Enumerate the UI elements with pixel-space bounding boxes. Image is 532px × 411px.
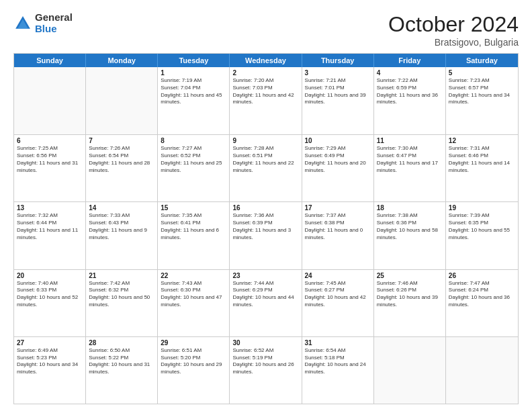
day-num-r0-c4: 3 <box>305 69 371 77</box>
day-num-r2-c2: 15 <box>161 204 226 212</box>
cal-cell-r1-c3: 9Sunrise: 7:28 AM Sunset: 6:51 PM Daylig… <box>230 135 302 201</box>
logo: General Blue <box>13 12 73 34</box>
cell-info-r2-c3: Sunrise: 7:36 AM Sunset: 6:39 PM Dayligh… <box>232 212 298 241</box>
cell-info-r3-c2: Sunrise: 7:43 AM Sunset: 6:30 PM Dayligh… <box>161 280 226 309</box>
cell-info-r2-c2: Sunrise: 7:35 AM Sunset: 6:41 PM Dayligh… <box>161 212 226 241</box>
cell-info-r2-c0: Sunrise: 7:32 AM Sunset: 6:44 PM Dayligh… <box>17 212 83 241</box>
weekday-thursday: Thursday <box>302 54 374 67</box>
weekday-saturday: Saturday <box>446 54 518 67</box>
day-num-r2-c5: 18 <box>377 204 443 212</box>
cell-info-r0-c3: Sunrise: 7:20 AM Sunset: 7:03 PM Dayligh… <box>232 77 298 106</box>
day-num-r1-c0: 6 <box>17 137 83 144</box>
cal-cell-r0-c0 <box>14 67 86 134</box>
cal-cell-r2-c4: 17Sunrise: 7:37 AM Sunset: 6:38 PM Dayli… <box>302 202 374 269</box>
cell-info-r3-c1: Sunrise: 7:42 AM Sunset: 6:32 PM Dayligh… <box>89 280 154 309</box>
cell-info-r1-c4: Sunrise: 7:29 AM Sunset: 6:49 PM Dayligh… <box>305 145 371 174</box>
day-num-r2-c0: 13 <box>17 204 83 212</box>
cal-cell-r0-c1 <box>86 67 158 134</box>
day-num-r1-c2: 8 <box>161 137 226 144</box>
title-block: October 2024 Bratsigovo, Bulgaria <box>388 12 519 48</box>
cal-cell-r2-c6: 19Sunrise: 7:39 AM Sunset: 6:35 PM Dayli… <box>446 202 518 269</box>
cal-row-2: 13Sunrise: 7:32 AM Sunset: 6:44 PM Dayli… <box>14 201 518 269</box>
cell-info-r4-c2: Sunrise: 6:51 AM Sunset: 5:20 PM Dayligh… <box>161 347 226 376</box>
logo-icon <box>13 14 32 33</box>
cell-info-r4-c0: Sunrise: 6:49 AM Sunset: 5:23 PM Dayligh… <box>17 347 83 376</box>
day-num-r3-c5: 25 <box>377 272 443 279</box>
cal-cell-r2-c2: 15Sunrise: 7:35 AM Sunset: 6:41 PM Dayli… <box>158 202 230 269</box>
cell-info-r4-c1: Sunrise: 6:50 AM Sunset: 5:22 PM Dayligh… <box>89 347 154 376</box>
cal-cell-r4-c4: 31Sunrise: 6:54 AM Sunset: 5:18 PM Dayli… <box>302 337 374 404</box>
cal-cell-r1-c1: 7Sunrise: 7:26 AM Sunset: 6:54 PM Daylig… <box>86 135 158 201</box>
cal-row-4: 27Sunrise: 6:49 AM Sunset: 5:23 PM Dayli… <box>14 336 518 404</box>
cell-info-r0-c6: Sunrise: 7:23 AM Sunset: 6:57 PM Dayligh… <box>449 77 515 106</box>
day-num-r0-c6: 5 <box>449 69 515 77</box>
cal-cell-r3-c4: 24Sunrise: 7:45 AM Sunset: 6:27 PM Dayli… <box>302 270 374 336</box>
cal-cell-r4-c5 <box>374 337 446 404</box>
header: General Blue October 2024 Bratsigovo, Bu… <box>13 12 519 48</box>
day-num-r0-c3: 2 <box>232 69 298 77</box>
cell-info-r4-c3: Sunrise: 6:52 AM Sunset: 5:19 PM Dayligh… <box>232 347 298 376</box>
day-num-r4-c1: 28 <box>89 339 154 347</box>
cell-info-r2-c6: Sunrise: 7:39 AM Sunset: 6:35 PM Dayligh… <box>449 212 515 241</box>
cal-cell-r2-c1: 14Sunrise: 7:33 AM Sunset: 6:43 PM Dayli… <box>86 202 158 269</box>
cell-info-r1-c1: Sunrise: 7:26 AM Sunset: 6:54 PM Dayligh… <box>89 145 154 174</box>
logo-blue: Blue <box>35 23 57 34</box>
cell-info-r1-c3: Sunrise: 7:28 AM Sunset: 6:51 PM Dayligh… <box>232 145 298 174</box>
cell-info-r2-c5: Sunrise: 7:38 AM Sunset: 6:36 PM Dayligh… <box>377 212 443 241</box>
calendar-header: Sunday Monday Tuesday Wednesday Thursday… <box>14 54 518 67</box>
cal-cell-r0-c4: 3Sunrise: 7:21 AM Sunset: 7:01 PM Daylig… <box>302 67 374 134</box>
day-num-r1-c5: 11 <box>377 137 443 144</box>
weekday-monday: Monday <box>86 54 158 67</box>
day-num-r3-c3: 23 <box>232 272 298 279</box>
cal-cell-r0-c2: 1Sunrise: 7:19 AM Sunset: 7:04 PM Daylig… <box>158 67 230 134</box>
day-num-r0-c2: 1 <box>161 69 226 77</box>
cell-info-r1-c2: Sunrise: 7:27 AM Sunset: 6:52 PM Dayligh… <box>161 145 226 174</box>
cal-cell-r4-c0: 27Sunrise: 6:49 AM Sunset: 5:23 PM Dayli… <box>14 337 86 404</box>
logo-text: General Blue <box>35 12 73 34</box>
cell-info-r4-c4: Sunrise: 6:54 AM Sunset: 5:18 PM Dayligh… <box>305 347 371 376</box>
weekday-friday: Friday <box>374 54 446 67</box>
cal-cell-r4-c2: 29Sunrise: 6:51 AM Sunset: 5:20 PM Dayli… <box>158 337 230 404</box>
cal-cell-r1-c6: 12Sunrise: 7:31 AM Sunset: 6:46 PM Dayli… <box>446 135 518 201</box>
day-num-r2-c4: 17 <box>305 204 371 212</box>
day-num-r1-c1: 7 <box>89 137 154 144</box>
cal-cell-r3-c5: 25Sunrise: 7:46 AM Sunset: 6:26 PM Dayli… <box>374 270 446 336</box>
page: General Blue October 2024 Bratsigovo, Bu… <box>0 0 532 411</box>
day-num-r4-c4: 31 <box>305 339 371 347</box>
day-num-r1-c6: 12 <box>449 137 515 144</box>
cell-info-r3-c5: Sunrise: 7:46 AM Sunset: 6:26 PM Dayligh… <box>377 280 443 309</box>
day-num-r2-c1: 14 <box>89 204 154 212</box>
cal-row-1: 6Sunrise: 7:25 AM Sunset: 6:56 PM Daylig… <box>14 134 518 201</box>
cell-info-r2-c4: Sunrise: 7:37 AM Sunset: 6:38 PM Dayligh… <box>305 212 371 241</box>
weekday-tuesday: Tuesday <box>158 54 230 67</box>
cal-cell-r0-c6: 5Sunrise: 7:23 AM Sunset: 6:57 PM Daylig… <box>446 67 518 134</box>
cell-info-r0-c4: Sunrise: 7:21 AM Sunset: 7:01 PM Dayligh… <box>305 77 371 106</box>
cal-cell-r0-c3: 2Sunrise: 7:20 AM Sunset: 7:03 PM Daylig… <box>230 67 302 134</box>
cell-info-r3-c4: Sunrise: 7:45 AM Sunset: 6:27 PM Dayligh… <box>305 280 371 309</box>
cal-cell-r3-c1: 21Sunrise: 7:42 AM Sunset: 6:32 PM Dayli… <box>86 270 158 336</box>
cal-cell-r0-c5: 4Sunrise: 7:22 AM Sunset: 6:59 PM Daylig… <box>374 67 446 134</box>
cal-cell-r4-c3: 30Sunrise: 6:52 AM Sunset: 5:19 PM Dayli… <box>230 337 302 404</box>
weekday-wednesday: Wednesday <box>230 54 302 67</box>
cal-cell-r1-c5: 11Sunrise: 7:30 AM Sunset: 6:47 PM Dayli… <box>374 135 446 201</box>
day-num-r4-c0: 27 <box>17 339 83 347</box>
day-num-r3-c1: 21 <box>89 272 154 279</box>
cell-info-r3-c0: Sunrise: 7:40 AM Sunset: 6:33 PM Dayligh… <box>17 280 83 309</box>
cell-info-r2-c1: Sunrise: 7:33 AM Sunset: 6:43 PM Dayligh… <box>89 212 154 241</box>
cal-cell-r4-c6 <box>446 337 518 404</box>
cell-info-r0-c5: Sunrise: 7:22 AM Sunset: 6:59 PM Dayligh… <box>377 77 443 106</box>
cell-info-r1-c6: Sunrise: 7:31 AM Sunset: 6:46 PM Dayligh… <box>449 145 515 174</box>
day-num-r3-c2: 22 <box>161 272 226 279</box>
day-num-r4-c3: 30 <box>232 339 298 347</box>
day-num-r1-c4: 10 <box>305 137 371 144</box>
cal-cell-r3-c0: 20Sunrise: 7:40 AM Sunset: 6:33 PM Dayli… <box>14 270 86 336</box>
day-num-r3-c0: 20 <box>17 272 83 279</box>
cell-info-r1-c0: Sunrise: 7:25 AM Sunset: 6:56 PM Dayligh… <box>17 145 83 174</box>
cal-cell-r3-c6: 26Sunrise: 7:47 AM Sunset: 6:24 PM Dayli… <box>446 270 518 336</box>
day-num-r2-c3: 16 <box>232 204 298 212</box>
day-num-r3-c4: 24 <box>305 272 371 279</box>
cal-cell-r1-c4: 10Sunrise: 7:29 AM Sunset: 6:49 PM Dayli… <box>302 135 374 201</box>
cell-info-r3-c3: Sunrise: 7:44 AM Sunset: 6:29 PM Dayligh… <box>232 280 298 309</box>
cal-row-0: 1Sunrise: 7:19 AM Sunset: 7:04 PM Daylig… <box>14 67 518 134</box>
cal-cell-r1-c0: 6Sunrise: 7:25 AM Sunset: 6:56 PM Daylig… <box>14 135 86 201</box>
